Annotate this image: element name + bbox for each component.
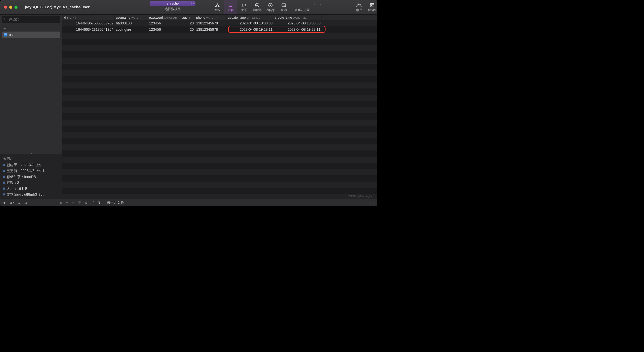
cell-password[interactable]: 123456 [148, 26, 181, 33]
search-icon [4, 18, 7, 21]
sidebar: 表 user 表信息 创建于：2023/4/8 上午...已更新：2023/4/… [0, 14, 62, 199]
history-nav: ‹ › [314, 2, 321, 7]
empty-row [62, 120, 377, 126]
cell-create_time[interactable]: 2023-04-08 19:28:11 [274, 26, 322, 33]
console-icon [370, 3, 375, 8]
toolbar-console[interactable]: 控制台 [366, 0, 377, 14]
triggers-icon [255, 3, 260, 8]
toolbar-query[interactable]: 查询 [277, 0, 291, 14]
column-name: phone [196, 16, 205, 19]
reload-button[interactable] [85, 201, 88, 204]
table-info-row: 已更新：2023/4/8 上午1... [3, 168, 59, 174]
table-info-text: 创建于：2023/4/8 上午... [7, 163, 46, 167]
duplicate-row-button[interactable] [78, 201, 81, 204]
table-name: user [9, 33, 16, 37]
toolbar-relations[interactable]: 关系 [237, 0, 251, 14]
toolbar-content[interactable]: 内容 [224, 0, 237, 14]
cell-phone[interactable]: 13812345678 [195, 26, 227, 33]
svg-rect-12 [282, 4, 286, 7]
toolbar-label: 关系 [241, 8, 247, 12]
toolbar-history[interactable]: 表历史记录 [290, 0, 314, 14]
column-name: create_time [275, 16, 292, 19]
svg-rect-16 [370, 4, 374, 7]
toolbar-tableinfo[interactable]: 表信息 [264, 0, 277, 14]
maximize-window-button[interactable] [14, 6, 17, 9]
column-type: VARCHAR [131, 16, 144, 19]
users-icon [356, 3, 361, 8]
cell-update_time[interactable]: 2023-04-08 19:28:11 [227, 26, 274, 33]
sidebar-resize-handle[interactable] [0, 152, 62, 154]
toolbar-label: 用户 [356, 8, 362, 12]
empty-row [62, 126, 377, 132]
nav-back-button[interactable]: ‹ [314, 2, 315, 7]
refresh-button[interactable] [18, 201, 21, 204]
empty-row [62, 64, 377, 70]
column-type: INT [188, 16, 193, 19]
column-header-update_time[interactable]: update_time DATETIME [227, 14, 274, 20]
cell-age[interactable]: 20 [181, 26, 195, 33]
cell-age[interactable]: 20 [181, 20, 195, 27]
column-header-phone[interactable]: phone VARCHAR [195, 14, 227, 20]
table-item-user[interactable]: user [2, 31, 60, 38]
columns-icon[interactable]: ⫼ [60, 201, 62, 204]
column-name: age [182, 16, 188, 19]
cell-id[interactable]: 1644649675866869762 [62, 20, 115, 27]
nav-forward-button[interactable]: › [320, 2, 321, 7]
empty-row [62, 107, 377, 113]
empty-row [62, 82, 377, 89]
page-prev-button[interactable]: ‹ [370, 201, 371, 204]
shuffle-button[interactable] [91, 201, 94, 204]
toolbar-triggers[interactable]: 触发器 [251, 0, 264, 14]
empty-row [62, 95, 377, 101]
minimize-window-button[interactable] [9, 6, 12, 9]
empty-row [62, 89, 377, 95]
column-header-create_time[interactable]: create_time DATETIME [274, 14, 322, 20]
info-bullet-icon [3, 176, 5, 178]
filter-input[interactable] [9, 17, 58, 21]
cell-id[interactable]: 1644663423180541954 [62, 26, 115, 33]
delete-row-button[interactable] [72, 201, 75, 204]
window-controls [0, 6, 18, 9]
column-header-username[interactable]: username VARCHAR [115, 14, 148, 20]
add-row-button[interactable] [65, 201, 68, 204]
cell-password[interactable]: 123456 [148, 20, 181, 27]
column-header-password[interactable]: password VARCHAR [148, 14, 181, 20]
empty-row [62, 51, 377, 58]
table-row[interactable]: 1644649675866869762ha0001001234562013812… [62, 20, 377, 27]
filter-button[interactable] [98, 201, 101, 204]
cell-update_time[interactable]: 2023-04-08 18:33:33 [227, 20, 274, 27]
empty-row [62, 182, 377, 188]
svg-line-4 [217, 4, 219, 6]
toolbar-users[interactable]: 用户 [352, 0, 366, 14]
cell-username[interactable]: codingfire [115, 26, 148, 33]
info-bullet-icon [3, 164, 5, 166]
svg-point-11 [270, 4, 271, 4]
column-type: DATETIME [247, 16, 260, 19]
cell-create_time[interactable]: 2023-04-08 18:33:33 [274, 20, 322, 27]
sidebar-section-header: 表 [0, 24, 62, 31]
cell-username[interactable]: ha000100 [115, 20, 148, 27]
page-next-button[interactable]: › [373, 201, 374, 204]
table-body[interactable]: 1644649675866869762ha0001001234562013812… [62, 20, 377, 199]
toolbar-label: 表历史记录 [295, 8, 310, 12]
filter-search[interactable] [2, 16, 60, 23]
database-dropdown[interactable]: s_cache ▴▾ [150, 1, 195, 6]
close-window-button[interactable] [4, 6, 7, 9]
svg-line-19 [6, 20, 7, 20]
add-button[interactable] [3, 201, 6, 204]
column-type: VARCHAR [206, 16, 219, 19]
window-title: (MySQL 8.0.27) MyDB/s_cache/user [25, 5, 90, 9]
eye-icon[interactable] [24, 201, 28, 204]
table-header-row: id BIGINTusername VARCHARpassword VARCHA… [62, 14, 377, 20]
empty-row [62, 101, 377, 107]
info-bullet-icon [3, 182, 5, 184]
cell-phone[interactable]: 13812345678 [195, 20, 227, 27]
toolbar-label: 内容 [228, 8, 233, 12]
titlebar: (MySQL 8.0.27) MyDB/s_cache/user s_cache… [0, 0, 377, 14]
toolbar-structure[interactable]: 结构 [211, 0, 224, 14]
table-row[interactable]: 1644663423180541954codingfire12345620138… [62, 26, 377, 33]
structure-icon [215, 3, 220, 8]
column-header-age[interactable]: age INT [181, 14, 195, 20]
actions-menu-button[interactable]: ▾ [10, 201, 14, 204]
column-header-id[interactable]: id BIGINT [62, 14, 115, 20]
